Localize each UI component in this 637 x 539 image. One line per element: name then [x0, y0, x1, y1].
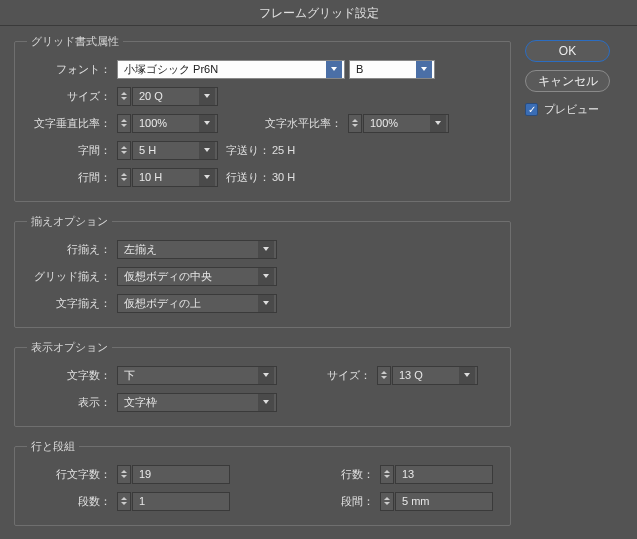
- cols-input[interactable]: 1: [132, 492, 230, 511]
- line-aki-stepper[interactable]: [117, 168, 131, 187]
- size-stepper[interactable]: [117, 87, 131, 106]
- lines-stepper[interactable]: [380, 465, 394, 484]
- chevron-down-icon: [258, 241, 274, 258]
- hscale-label: 文字水平比率：: [218, 116, 348, 131]
- hscale-stepper[interactable]: [348, 114, 362, 133]
- chevron-down-icon: [258, 295, 274, 312]
- vscale-dropdown[interactable]: 100%: [132, 114, 218, 133]
- line-align-dropdown[interactable]: 左揃え: [117, 240, 277, 259]
- char-okuri-label: 字送り：: [218, 143, 270, 158]
- vscale-label: 文字垂直比率：: [27, 116, 117, 131]
- char-aki-dropdown[interactable]: 5 H: [132, 141, 218, 160]
- check-icon: ✓: [525, 103, 538, 116]
- chars-per-line-input[interactable]: 19: [132, 465, 230, 484]
- lines-input[interactable]: 13: [395, 465, 493, 484]
- charcount-label: 文字数：: [27, 368, 117, 383]
- grid-align-value: 仮想ボディの中央: [124, 269, 254, 284]
- chevron-down-icon: [258, 367, 274, 384]
- hscale-dropdown[interactable]: 100%: [363, 114, 449, 133]
- charcount-value: 下: [124, 368, 254, 383]
- chars-per-line-stepper[interactable]: [117, 465, 131, 484]
- char-aki-stepper[interactable]: [117, 141, 131, 160]
- gutter-input[interactable]: 5 mm: [395, 492, 493, 511]
- rows-cols-legend: 行と段組: [27, 439, 79, 454]
- alignment-options-group: 揃えオプション 行揃え： 左揃え グリッド揃え： 仮想ボディの中央 文字揃え： …: [14, 214, 511, 328]
- chevron-down-icon: [430, 115, 446, 132]
- chevron-down-icon: [326, 61, 342, 78]
- grid-attrs-legend: グリッド書式属性: [27, 34, 123, 49]
- cols-label: 段数：: [27, 494, 117, 509]
- view-size-stepper[interactable]: [377, 366, 391, 385]
- chevron-down-icon: [416, 61, 432, 78]
- lines-label: 行数：: [230, 467, 380, 482]
- view-options-group: 表示オプション 文字数： 下 サイズ： 13 Q 表示： 文字枠: [14, 340, 511, 427]
- font-family-dropdown[interactable]: 小塚ゴシック Pr6N: [117, 60, 345, 79]
- view-dropdown[interactable]: 文字枠: [117, 393, 277, 412]
- rows-columns-group: 行と段組 行文字数： 19 行数： 13 段数： 1 段間： 5 mm: [14, 439, 511, 526]
- size-value: 20 Q: [139, 90, 195, 102]
- font-style-dropdown[interactable]: B: [349, 60, 435, 79]
- view-size-label: サイズ：: [277, 368, 377, 383]
- cols-stepper[interactable]: [117, 492, 131, 511]
- size-dropdown[interactable]: 20 Q: [132, 87, 218, 106]
- chevron-down-icon: [258, 268, 274, 285]
- chars-per-line-label: 行文字数：: [27, 467, 117, 482]
- char-align-label: 文字揃え：: [27, 296, 117, 311]
- char-align-value: 仮想ボディの上: [124, 296, 254, 311]
- chevron-down-icon: [199, 169, 215, 186]
- chevron-down-icon: [258, 394, 274, 411]
- vscale-value: 100%: [139, 117, 195, 129]
- chevron-down-icon: [199, 88, 215, 105]
- char-aki-value: 5 H: [139, 144, 195, 156]
- char-aki-label: 字間：: [27, 143, 117, 158]
- line-aki-dropdown[interactable]: 10 H: [132, 168, 218, 187]
- view-size-dropdown[interactable]: 13 Q: [392, 366, 478, 385]
- size-label: サイズ：: [27, 89, 117, 104]
- preview-checkbox[interactable]: ✓ プレビュー: [525, 102, 623, 117]
- chevron-down-icon: [199, 115, 215, 132]
- align-legend: 揃えオプション: [27, 214, 112, 229]
- hscale-value: 100%: [370, 117, 426, 129]
- line-aki-value: 10 H: [139, 171, 195, 183]
- line-okuri-value: 30 H: [270, 171, 295, 183]
- view-legend: 表示オプション: [27, 340, 112, 355]
- grid-align-dropdown[interactable]: 仮想ボディの中央: [117, 267, 277, 286]
- charcount-dropdown[interactable]: 下: [117, 366, 277, 385]
- preview-label: プレビュー: [544, 102, 599, 117]
- chevron-down-icon: [459, 367, 475, 384]
- line-aki-label: 行間：: [27, 170, 117, 185]
- vscale-stepper[interactable]: [117, 114, 131, 133]
- view-label: 表示：: [27, 395, 117, 410]
- dialog-title: フレームグリッド設定: [0, 0, 637, 26]
- cancel-button[interactable]: キャンセル: [525, 70, 610, 92]
- line-okuri-label: 行送り：: [218, 170, 270, 185]
- chevron-down-icon: [199, 142, 215, 159]
- font-style-value: B: [356, 63, 412, 75]
- grid-format-attributes-group: グリッド書式属性 フォント： 小塚ゴシック Pr6N B サイズ： 20 Q: [14, 34, 511, 202]
- view-size-value: 13 Q: [399, 369, 455, 381]
- grid-align-label: グリッド揃え：: [27, 269, 117, 284]
- view-value: 文字枠: [124, 395, 254, 410]
- char-align-dropdown[interactable]: 仮想ボディの上: [117, 294, 277, 313]
- font-label: フォント：: [27, 62, 117, 77]
- line-align-value: 左揃え: [124, 242, 254, 257]
- font-family-value: 小塚ゴシック Pr6N: [124, 62, 322, 77]
- gutter-stepper[interactable]: [380, 492, 394, 511]
- char-okuri-value: 25 H: [270, 144, 295, 156]
- line-align-label: 行揃え：: [27, 242, 117, 257]
- gutter-label: 段間：: [230, 494, 380, 509]
- ok-button[interactable]: OK: [525, 40, 610, 62]
